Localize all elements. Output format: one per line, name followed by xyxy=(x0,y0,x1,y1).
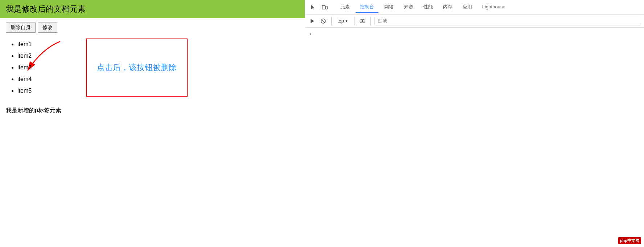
console-chevron[interactable]: › xyxy=(309,31,311,37)
list-item: item4 xyxy=(17,73,32,85)
item-list: item1 item2 item3 item4 item5 xyxy=(9,39,32,97)
svg-marker-3 xyxy=(311,19,314,23)
modify-button[interactable]: 修改 xyxy=(38,23,57,33)
browser-page: 我是修改后的文档元素 删除自身 修改 item1 item2 item3 xyxy=(0,0,305,247)
list-item: item2 xyxy=(17,50,32,62)
page-content: 删除自身 修改 item1 item2 item3 item4 i xyxy=(0,18,305,119)
new-paragraph: 我是新增的p标签元素 xyxy=(6,107,299,114)
clear-icon[interactable] xyxy=(319,17,328,25)
button-row: 删除自身 修改 xyxy=(6,23,299,33)
tab-sources[interactable]: 来源 xyxy=(399,1,418,13)
separator2 xyxy=(331,17,332,25)
console-area: › xyxy=(305,28,644,247)
eye-icon[interactable] xyxy=(358,17,367,25)
devtools-toolbar2: top ▼ xyxy=(305,15,644,28)
tab-console[interactable]: 控制台 xyxy=(356,1,378,13)
context-dropdown[interactable]: top ▼ xyxy=(335,17,350,24)
info-box: 点击后，该按钮被删除 xyxy=(86,39,188,97)
info-box-text: 点击后，该按钮被删除 xyxy=(97,62,177,73)
tab-memory[interactable]: 内存 xyxy=(439,1,457,13)
list-item: item5 xyxy=(17,85,32,97)
svg-rect-1 xyxy=(322,5,325,9)
svg-point-7 xyxy=(361,20,363,22)
context-label: top xyxy=(337,18,344,24)
play-icon[interactable] xyxy=(308,17,317,25)
tab-application[interactable]: 应用 xyxy=(458,1,476,13)
list-item: item3 xyxy=(17,62,32,73)
page-heading: 我是修改后的文档元素 xyxy=(0,0,305,18)
separator xyxy=(333,3,333,12)
tab-lighthouse[interactable]: Lighthouse xyxy=(478,2,510,12)
tab-elements[interactable]: 元素 xyxy=(336,1,354,13)
svg-line-5 xyxy=(322,19,325,23)
delete-self-button[interactable]: 删除自身 xyxy=(6,23,36,33)
device-toggle-icon[interactable] xyxy=(320,2,330,12)
svg-rect-2 xyxy=(325,6,327,9)
separator3 xyxy=(354,17,354,25)
filter-input[interactable] xyxy=(374,17,641,25)
list-section: item1 item2 item3 item4 item5 xyxy=(9,39,32,97)
php-watermark: php中文网 xyxy=(618,237,641,244)
list-item: item1 xyxy=(17,39,32,50)
inspect-element-icon[interactable] xyxy=(308,2,318,12)
chevron-down-icon: ▼ xyxy=(345,19,348,23)
tab-network[interactable]: 网络 xyxy=(380,1,398,13)
separator4 xyxy=(370,17,371,25)
tab-performance[interactable]: 性能 xyxy=(419,1,437,13)
devtools-top-nav: 元素 控制台 网络 来源 性能 内存 应用 Lighthouse xyxy=(305,0,644,15)
devtools-panel: 元素 控制台 网络 来源 性能 内存 应用 Lighthouse top ▼ xyxy=(305,0,644,247)
